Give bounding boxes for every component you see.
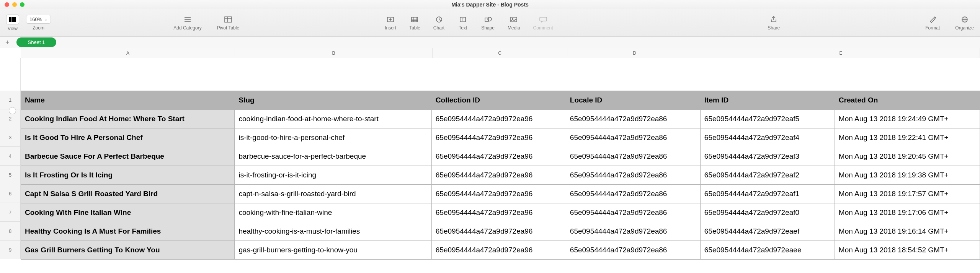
cell-loc[interactable]: 65e0954444a472a9d972ea86 [566, 166, 700, 185]
minimize-button[interactable] [12, 2, 17, 7]
cell-coll[interactable]: 65e0954444a472a9d972ea96 [431, 147, 566, 166]
format-button[interactable]: Format [925, 15, 940, 31]
row-header-4[interactable]: 4 [0, 147, 21, 166]
cell-loc[interactable]: 65e0954444a472a9d972ea86 [566, 147, 700, 166]
row-header-3[interactable]: 3 [0, 128, 21, 147]
row-header-1[interactable]: 1 [0, 91, 21, 109]
table-row: Is It Frosting Or Is It Icingis-it-frost… [21, 166, 980, 185]
cell-loc[interactable]: 65e0954444a472a9d972ea86 [566, 110, 700, 128]
sheet-tab-1[interactable]: Sheet 1 [16, 37, 57, 47]
cell-coll[interactable]: 65e0954444a472a9d972ea96 [431, 222, 566, 241]
cell-slug[interactable]: is-it-frosting-or-is-it-icing [235, 166, 431, 185]
row-header-9[interactable]: 9 [0, 240, 21, 259]
column-header-a[interactable]: A [21, 48, 235, 58]
media-label: Media [508, 25, 520, 31]
cell-name[interactable]: Healthy Cooking Is A Must For Families [21, 222, 235, 241]
cell-item[interactable]: 65e0954444a472a9d972eaf0 [700, 203, 835, 222]
media-button[interactable]: Media [508, 15, 520, 31]
cell-name[interactable]: Is It Frosting Or Is It Icing [21, 166, 235, 185]
cell-item[interactable]: 65e0954444a472a9d972eaf5 [700, 110, 835, 128]
chart-button[interactable]: Chart [433, 15, 444, 31]
header-locale[interactable]: Locale ID [566, 91, 700, 110]
cell-name[interactable]: Barbecue Sauce For A Perfect Barbeque [21, 147, 235, 166]
cell-slug[interactable]: gas-grill-burners-getting-to-know-you [235, 241, 431, 260]
header-created[interactable]: Created On [835, 91, 980, 110]
cell-item[interactable]: 65e0954444a472a9d972eaf2 [700, 166, 835, 185]
cell-created[interactable]: Mon Aug 13 2018 19:17:06 GMT+ [835, 203, 980, 222]
cell-slug[interactable]: barbecue-sauce-for-a-perfect-barbeque [235, 147, 431, 166]
cell-name[interactable]: Cooking Indian Food At Home: Where To St… [21, 110, 235, 128]
cell-loc[interactable]: 65e0954444a472a9d972ea86 [566, 222, 700, 241]
maximize-button[interactable] [20, 2, 24, 7]
window-title: Mia's Dapper Site - Blog Posts [451, 2, 529, 8]
row-header-8[interactable]: 8 [0, 222, 21, 240]
pivot-table-button[interactable]: Pivot Table [217, 15, 239, 31]
cell-name[interactable]: Is It Good To Hire A Personal Chef [21, 128, 235, 147]
cell-coll[interactable]: 65e0954444a472a9d972ea96 [431, 203, 566, 222]
cell-slug[interactable]: capt-n-salsa-s-grill-roasted-yard-bird [235, 185, 431, 203]
add-category-button[interactable]: Add Category [173, 15, 201, 31]
cell-loc[interactable]: 65e0954444a472a9d972ea86 [566, 128, 700, 147]
cell-coll[interactable]: 65e0954444a472a9d972ea96 [431, 110, 566, 128]
column-header-d[interactable]: D [567, 48, 702, 58]
column-header-b[interactable]: B [235, 48, 433, 58]
cell-item[interactable]: 65e0954444a472a9d972eaf4 [700, 128, 835, 147]
cell-item[interactable]: 65e0954444a472a9d972eaf3 [700, 147, 835, 166]
cell-created[interactable]: Mon Aug 13 2018 19:16:14 GMT+ [835, 222, 980, 241]
cell-name[interactable]: Capt N Salsa S Grill Roasted Yard Bird [21, 185, 235, 203]
cell-loc[interactable]: 65e0954444a472a9d972ea86 [566, 241, 700, 260]
text-button[interactable]: T Text [457, 15, 468, 31]
data-grid[interactable]: Name Slug Collection ID Locale ID Item I… [21, 58, 980, 260]
close-button[interactable] [5, 2, 9, 7]
cell-slug[interactable]: healthy-cooking-is-a-must-for-families [235, 222, 431, 241]
add-sheet-button[interactable]: + [5, 39, 10, 46]
cell-coll[interactable]: 65e0954444a472a9d972ea96 [431, 166, 566, 185]
view-menu[interactable]: View [6, 15, 19, 31]
comment-button: Comment [533, 15, 553, 31]
cell-item[interactable]: 65e0954444a472a9d972eaef [700, 222, 835, 241]
organize-button[interactable]: Organize [955, 15, 974, 31]
shape-label: Shape [481, 25, 495, 31]
column-header-c[interactable]: C [433, 48, 567, 58]
cell-slug[interactable]: is-it-good-to-hire-a-personal-chef [235, 128, 431, 147]
share-button[interactable]: Share [768, 15, 780, 31]
row-header-7[interactable]: 7 [0, 203, 21, 222]
zoom-control[interactable]: 160%⌄ Zoom [26, 15, 51, 31]
header-slug[interactable]: Slug [235, 91, 431, 110]
table-row: Capt N Salsa S Grill Roasted Yard Birdca… [21, 185, 980, 203]
cell-loc[interactable]: 65e0954444a472a9d972ea86 [566, 185, 700, 203]
organize-label: Organize [955, 25, 974, 31]
cell-item[interactable]: 65e0954444a472a9d972eaf1 [700, 185, 835, 203]
spreadsheet-body: 1 2 3 4 5 6 7 8 9 Name Slug Collection I… [0, 58, 980, 260]
header-name[interactable]: Name [21, 91, 235, 110]
header-collection[interactable]: Collection ID [431, 91, 566, 110]
cell-created[interactable]: Mon Aug 13 2018 19:24:49 GMT+ [835, 110, 980, 128]
svg-line-18 [439, 20, 441, 21]
cell-item[interactable]: 65e0954444a472a9d972eaee [700, 241, 835, 260]
table-header-row: Name Slug Collection ID Locale ID Item I… [21, 91, 980, 110]
cell-created[interactable]: Mon Aug 13 2018 19:20:45 GMT+ [835, 147, 980, 166]
cell-name[interactable]: Cooking With Fine Italian Wine [21, 203, 235, 222]
select-all-handle[interactable] [9, 107, 16, 114]
cell-created[interactable]: Mon Aug 13 2018 18:54:52 GMT+ [835, 241, 980, 260]
cell-slug[interactable]: cooking-indian-food-at-home-where-to-sta… [235, 110, 431, 128]
cell-name[interactable]: Gas Grill Burners Getting To Know You [21, 241, 235, 260]
column-header-e[interactable]: E [702, 48, 980, 58]
shape-button[interactable]: Shape [481, 15, 495, 31]
cell-slug[interactable]: cooking-with-fine-italian-wine [235, 203, 431, 222]
cell-coll[interactable]: 65e0954444a472a9d972ea96 [431, 128, 566, 147]
cell-loc[interactable]: 65e0954444a472a9d972ea86 [566, 203, 700, 222]
cell-created[interactable]: Mon Aug 13 2018 19:17:57 GMT+ [835, 185, 980, 203]
header-item[interactable]: Item ID [700, 91, 835, 110]
cell-coll[interactable]: 65e0954444a472a9d972ea96 [431, 241, 566, 260]
cell-created[interactable]: Mon Aug 13 2018 19:19:38 GMT+ [835, 166, 980, 185]
traffic-lights [5, 2, 24, 7]
table-row: Gas Grill Burners Getting To Know Yougas… [21, 241, 980, 260]
cell-created[interactable]: Mon Aug 13 2018 19:22:41 GMT+ [835, 128, 980, 147]
cell-coll[interactable]: 65e0954444a472a9d972ea96 [431, 185, 566, 203]
insert-button[interactable]: Insert [385, 15, 396, 31]
row-header-6[interactable]: 6 [0, 184, 21, 203]
comment-label: Comment [533, 25, 553, 31]
row-header-5[interactable]: 5 [0, 166, 21, 184]
table-button[interactable]: Table [409, 15, 420, 31]
